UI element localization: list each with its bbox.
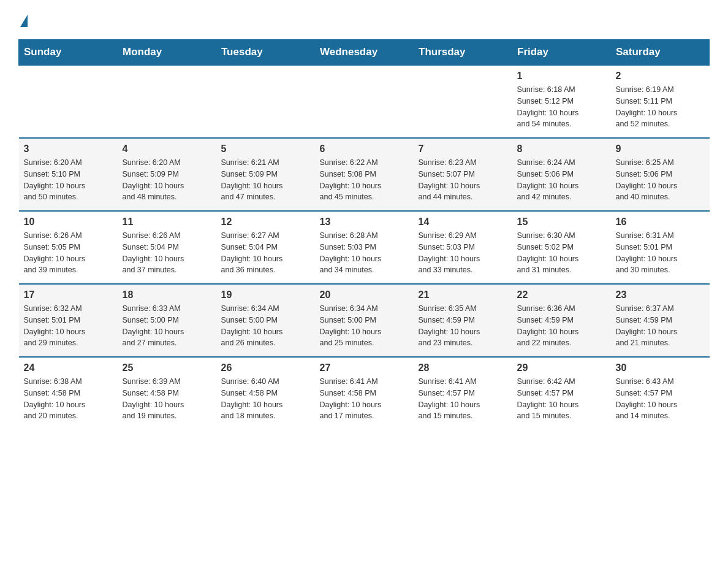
- day-number: 6: [320, 144, 409, 155]
- day-info: Sunrise: 6:18 AM Sunset: 5:12 PM Dayligh…: [517, 84, 606, 130]
- day-number: 2: [616, 71, 705, 82]
- calendar-week-row: 3Sunrise: 6:20 AM Sunset: 5:10 PM Daylig…: [19, 138, 710, 211]
- day-info: Sunrise: 6:39 AM Sunset: 4:58 PM Dayligh…: [123, 376, 211, 422]
- day-info: Sunrise: 6:26 AM Sunset: 5:05 PM Dayligh…: [24, 230, 113, 276]
- day-number: 12: [221, 216, 310, 228]
- day-info: Sunrise: 6:30 AM Sunset: 5:02 PM Dayligh…: [517, 230, 606, 276]
- day-info: Sunrise: 6:29 AM Sunset: 5:03 PM Dayligh…: [419, 230, 507, 276]
- day-info: Sunrise: 6:41 AM Sunset: 4:58 PM Dayligh…: [320, 376, 409, 422]
- day-number: 22: [517, 289, 606, 301]
- day-number: 11: [123, 216, 211, 228]
- day-number: 30: [616, 362, 705, 373]
- day-number: 28: [419, 362, 507, 373]
- day-info: Sunrise: 6:20 AM Sunset: 5:10 PM Dayligh…: [24, 157, 113, 203]
- calendar-cell: 17Sunrise: 6:32 AM Sunset: 5:01 PM Dayli…: [19, 284, 118, 357]
- day-info: Sunrise: 6:22 AM Sunset: 5:08 PM Dayligh…: [320, 157, 409, 203]
- calendar-week-row: 1Sunrise: 6:18 AM Sunset: 5:12 PM Daylig…: [19, 65, 710, 138]
- day-number: 24: [24, 362, 113, 373]
- logo: [18, 12, 28, 27]
- calendar-cell: 12Sunrise: 6:27 AM Sunset: 5:04 PM Dayli…: [216, 211, 315, 284]
- calendar-cell: 7Sunrise: 6:23 AM Sunset: 5:07 PM Daylig…: [414, 138, 512, 211]
- day-info: Sunrise: 6:24 AM Sunset: 5:06 PM Dayligh…: [517, 157, 606, 203]
- day-info: Sunrise: 6:34 AM Sunset: 5:00 PM Dayligh…: [320, 303, 409, 349]
- day-number: 21: [419, 289, 507, 301]
- day-number: 15: [517, 216, 606, 228]
- calendar-cell: 2Sunrise: 6:19 AM Sunset: 5:11 PM Daylig…: [611, 65, 710, 138]
- calendar-week-row: 10Sunrise: 6:26 AM Sunset: 5:05 PM Dayli…: [19, 211, 710, 284]
- day-number: 25: [123, 362, 211, 373]
- day-info: Sunrise: 6:34 AM Sunset: 5:00 PM Dayligh…: [221, 303, 310, 349]
- calendar-cell: 6Sunrise: 6:22 AM Sunset: 5:08 PM Daylig…: [315, 138, 414, 211]
- day-number: 13: [320, 216, 409, 228]
- day-info: Sunrise: 6:26 AM Sunset: 5:04 PM Dayligh…: [123, 230, 211, 276]
- calendar-cell: 22Sunrise: 6:36 AM Sunset: 4:59 PM Dayli…: [512, 284, 611, 357]
- day-header-thursday: Thursday: [414, 40, 512, 66]
- day-number: 3: [24, 144, 113, 155]
- calendar-cell: 1Sunrise: 6:18 AM Sunset: 5:12 PM Daylig…: [512, 65, 611, 138]
- day-number: 5: [221, 144, 310, 155]
- day-number: 1: [517, 71, 606, 82]
- calendar-header-row: SundayMondayTuesdayWednesdayThursdayFrid…: [19, 40, 710, 66]
- day-info: Sunrise: 6:31 AM Sunset: 5:01 PM Dayligh…: [616, 230, 705, 276]
- day-info: Sunrise: 6:37 AM Sunset: 4:59 PM Dayligh…: [616, 303, 705, 349]
- day-header-monday: Monday: [118, 40, 216, 66]
- day-info: Sunrise: 6:40 AM Sunset: 4:58 PM Dayligh…: [221, 376, 310, 422]
- calendar-cell: 16Sunrise: 6:31 AM Sunset: 5:01 PM Dayli…: [611, 211, 710, 284]
- calendar-cell: 4Sunrise: 6:20 AM Sunset: 5:09 PM Daylig…: [118, 138, 216, 211]
- calendar-cell: 3Sunrise: 6:20 AM Sunset: 5:10 PM Daylig…: [19, 138, 118, 211]
- day-info: Sunrise: 6:35 AM Sunset: 4:59 PM Dayligh…: [419, 303, 507, 349]
- day-info: Sunrise: 6:32 AM Sunset: 5:01 PM Dayligh…: [24, 303, 113, 349]
- calendar-cell: 21Sunrise: 6:35 AM Sunset: 4:59 PM Dayli…: [414, 284, 512, 357]
- calendar-cell: 24Sunrise: 6:38 AM Sunset: 4:58 PM Dayli…: [19, 357, 118, 429]
- day-info: Sunrise: 6:41 AM Sunset: 4:57 PM Dayligh…: [419, 376, 507, 422]
- day-info: Sunrise: 6:25 AM Sunset: 5:06 PM Dayligh…: [616, 157, 705, 203]
- calendar-cell: [118, 65, 216, 138]
- calendar-week-row: 24Sunrise: 6:38 AM Sunset: 4:58 PM Dayli…: [19, 357, 710, 429]
- day-number: 18: [123, 289, 211, 301]
- day-info: Sunrise: 6:28 AM Sunset: 5:03 PM Dayligh…: [320, 230, 409, 276]
- calendar-cell: 14Sunrise: 6:29 AM Sunset: 5:03 PM Dayli…: [414, 211, 512, 284]
- calendar-table: SundayMondayTuesdayWednesdayThursdayFrid…: [18, 39, 710, 429]
- calendar-cell: 15Sunrise: 6:30 AM Sunset: 5:02 PM Dayli…: [512, 211, 611, 284]
- day-number: 26: [221, 362, 310, 373]
- day-number: 16: [616, 216, 705, 228]
- day-number: 10: [24, 216, 113, 228]
- calendar-cell: 30Sunrise: 6:43 AM Sunset: 4:57 PM Dayli…: [611, 357, 710, 429]
- day-header-sunday: Sunday: [19, 40, 118, 66]
- day-info: Sunrise: 6:38 AM Sunset: 4:58 PM Dayligh…: [24, 376, 113, 422]
- day-info: Sunrise: 6:27 AM Sunset: 5:04 PM Dayligh…: [221, 230, 310, 276]
- day-number: 9: [616, 144, 705, 155]
- logo-triangle-icon: [20, 15, 28, 27]
- day-number: 17: [24, 289, 113, 301]
- calendar-cell: 29Sunrise: 6:42 AM Sunset: 4:57 PM Dayli…: [512, 357, 611, 429]
- day-header-tuesday: Tuesday: [216, 40, 315, 66]
- day-info: Sunrise: 6:42 AM Sunset: 4:57 PM Dayligh…: [517, 376, 606, 422]
- day-number: 4: [123, 144, 211, 155]
- day-info: Sunrise: 6:23 AM Sunset: 5:07 PM Dayligh…: [419, 157, 507, 203]
- day-number: 29: [517, 362, 606, 373]
- day-number: 7: [419, 144, 507, 155]
- day-info: Sunrise: 6:33 AM Sunset: 5:00 PM Dayligh…: [123, 303, 211, 349]
- calendar-cell: 28Sunrise: 6:41 AM Sunset: 4:57 PM Dayli…: [414, 357, 512, 429]
- calendar-week-row: 17Sunrise: 6:32 AM Sunset: 5:01 PM Dayli…: [19, 284, 710, 357]
- day-info: Sunrise: 6:36 AM Sunset: 4:59 PM Dayligh…: [517, 303, 606, 349]
- day-number: 23: [616, 289, 705, 301]
- calendar-cell: 20Sunrise: 6:34 AM Sunset: 5:00 PM Dayli…: [315, 284, 414, 357]
- day-number: 20: [320, 289, 409, 301]
- calendar-cell: 18Sunrise: 6:33 AM Sunset: 5:00 PM Dayli…: [118, 284, 216, 357]
- day-header-wednesday: Wednesday: [315, 40, 414, 66]
- calendar-cell: 5Sunrise: 6:21 AM Sunset: 5:09 PM Daylig…: [216, 138, 315, 211]
- day-info: Sunrise: 6:21 AM Sunset: 5:09 PM Dayligh…: [221, 157, 310, 203]
- day-header-friday: Friday: [512, 40, 611, 66]
- calendar-cell: [315, 65, 414, 138]
- calendar-cell: 19Sunrise: 6:34 AM Sunset: 5:00 PM Dayli…: [216, 284, 315, 357]
- calendar-cell: [19, 65, 118, 138]
- calendar-cell: [414, 65, 512, 138]
- calendar-cell: 13Sunrise: 6:28 AM Sunset: 5:03 PM Dayli…: [315, 211, 414, 284]
- day-number: 8: [517, 144, 606, 155]
- calendar-cell: 27Sunrise: 6:41 AM Sunset: 4:58 PM Dayli…: [315, 357, 414, 429]
- calendar-cell: 10Sunrise: 6:26 AM Sunset: 5:05 PM Dayli…: [19, 211, 118, 284]
- calendar-cell: 23Sunrise: 6:37 AM Sunset: 4:59 PM Dayli…: [611, 284, 710, 357]
- calendar-cell: [216, 65, 315, 138]
- calendar-cell: 9Sunrise: 6:25 AM Sunset: 5:06 PM Daylig…: [611, 138, 710, 211]
